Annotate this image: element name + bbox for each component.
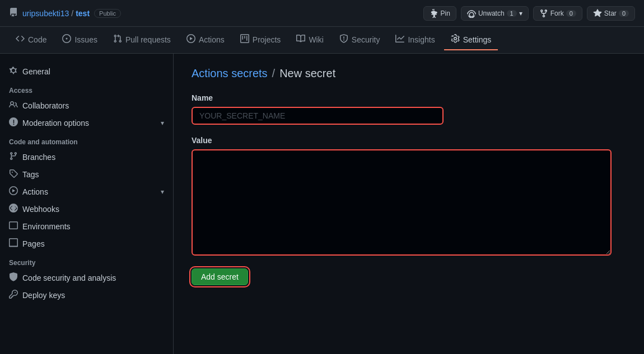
tab-issues[interactable]: Issues [55,30,104,50]
environments-icon [9,221,18,232]
sidebar-actions-left: Actions [9,186,48,197]
pin-label: Pin [441,10,450,17]
add-secret-button[interactable]: Add secret [192,268,248,285]
value-field-group: Value [192,136,626,257]
breadcrumb-link[interactable]: Actions secrets [192,67,268,80]
settings-icon [451,34,460,45]
sidebar-item-webhooks[interactable]: Webhooks [0,200,173,218]
visibility-badge: Public [94,9,121,18]
tab-security[interactable]: Security [333,30,387,50]
name-label: Name [192,93,626,102]
tab-code-label: Code [28,35,46,44]
top-bar: uripsubekti13 / test Public Pin Unwatch … [0,0,644,27]
tab-projects[interactable]: Projects [234,30,288,50]
actions-sidebar-icon [9,186,18,197]
tab-code[interactable]: Code [9,30,53,50]
sidebar-webhooks-label: Webhooks [22,205,59,214]
sidebar: General Access Collaborators Moderation … [0,54,174,354]
security-icon [339,34,348,45]
issues-icon [62,34,71,45]
star-label: Star [604,10,617,17]
sidebar-environments-label: Environments [22,222,71,231]
sidebar-section-access: Access [0,80,173,97]
actions-chevron-icon: ▾ [161,188,164,196]
fork-count: 0 [566,10,576,17]
branches-icon [9,152,18,162]
pr-icon [113,34,122,45]
slash-separator: / [71,9,73,18]
webhooks-icon [9,204,18,214]
gear-icon [9,66,18,77]
tab-insights[interactable]: Insights [389,30,441,50]
sidebar-pages-label: Pages [22,239,45,248]
breadcrumb: Actions secrets / New secret [192,67,626,80]
sidebar-item-actions[interactable]: Actions ▾ [0,183,173,200]
tab-security-label: Security [352,35,380,44]
tab-wiki-label: Wiki [309,35,323,44]
fork-label: Fork [550,10,564,17]
sidebar-item-pages[interactable]: Pages [0,235,173,252]
breadcrumb-current: New secret [279,67,335,80]
sidebar-item-deploy-keys[interactable]: Deploy keys [0,286,173,304]
repo-icon [9,8,18,18]
sidebar-item-collaborators[interactable]: Collaborators [0,97,173,114]
sidebar-actions-label: Actions [22,187,48,196]
tab-pull-requests[interactable]: Pull requests [106,30,178,50]
wiki-icon [296,34,305,45]
sidebar-item-tags[interactable]: Tags [0,166,173,183]
actions-icon [186,34,195,45]
sidebar-tags-label: Tags [22,170,39,179]
sidebar-code-security-label: Code security and analysis [22,273,116,282]
sidebar-item-moderation[interactable]: Moderation options ▾ [0,114,173,131]
collaborators-icon [9,100,18,111]
tab-actions[interactable]: Actions [180,30,231,50]
sidebar-section-security: Security [0,252,173,269]
repo-owner[interactable]: uripsubekti13 [22,9,69,18]
tab-issues-label: Issues [74,35,97,44]
tab-actions-label: Actions [199,35,225,44]
breadcrumb-separator: / [272,67,276,80]
repo-name-label[interactable]: test [76,9,90,18]
tab-settings-label: Settings [463,35,492,44]
sidebar-branches-label: Branches [22,153,55,162]
tab-pr-label: Pull requests [125,35,171,44]
sidebar-moderation-left: Moderation options [9,117,89,128]
moderation-chevron-icon: ▾ [161,119,164,127]
sidebar-item-branches[interactable]: Branches [0,148,173,166]
unwatch-chevron-icon: ▾ [519,10,522,17]
sidebar-moderation-label: Moderation options [22,119,89,128]
unwatch-count: 1 [507,10,517,17]
tab-projects-label: Projects [253,35,281,44]
nav-tabs: Code Issues Pull requests Actions Projec… [0,27,644,54]
projects-icon [240,34,249,45]
main-layout: General Access Collaborators Moderation … [0,54,644,354]
tab-wiki[interactable]: Wiki [290,30,330,50]
tab-insights-label: Insights [408,35,435,44]
deploy-keys-icon [9,290,18,300]
secret-name-input[interactable] [192,107,444,125]
unwatch-button[interactable]: Unwatch 1 ▾ [461,6,529,21]
unwatch-label: Unwatch [478,10,505,17]
sidebar-collaborators-label: Collaborators [22,101,69,110]
moderation-icon [9,117,18,128]
top-bar-actions: Pin Unwatch 1 ▾ Fork 0 Star 0 [423,6,635,21]
sidebar-item-general[interactable]: General [0,63,173,80]
code-icon [16,34,25,45]
sidebar-item-environments[interactable]: Environments [0,218,173,235]
secret-value-textarea[interactable] [192,149,612,256]
star-count: 0 [619,10,629,17]
code-security-icon [9,272,18,283]
star-button[interactable]: Star 0 [587,6,635,21]
fork-button[interactable]: Fork 0 [533,6,582,21]
tab-settings[interactable]: Settings [444,30,498,50]
tags-icon [9,169,18,180]
insights-icon [395,34,404,45]
repo-name: uripsubekti13 / test [22,9,90,18]
sidebar-item-code-security[interactable]: Code security and analysis [0,269,173,286]
pages-icon [9,238,18,249]
content-area: Actions secrets / New secret Name Value … [174,54,644,354]
sidebar-section-code-automation: Code and automation [0,131,173,148]
pin-button[interactable]: Pin [423,6,456,21]
sidebar-deploy-keys-label: Deploy keys [22,291,65,300]
value-label: Value [192,136,626,145]
